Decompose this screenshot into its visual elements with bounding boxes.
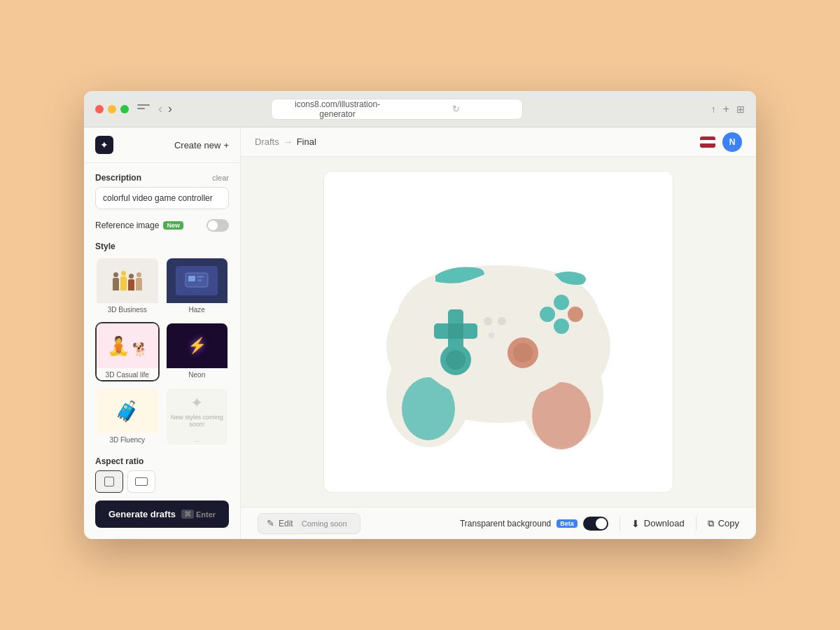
svg-point-20 bbox=[484, 317, 492, 326]
style-card-label-3d-fluency: 3D Fluency bbox=[97, 433, 158, 445]
bottom-toolbar: ✎ Edit Coming soon Transparent backgroun… bbox=[241, 507, 756, 539]
style-card-img-haze bbox=[167, 258, 228, 303]
toolbar-divider bbox=[620, 517, 620, 531]
new-tab-icon[interactable]: + bbox=[723, 103, 729, 115]
main-content: Drafts → Final N bbox=[241, 127, 756, 539]
style-card-img-3d-fluency: 🧳 bbox=[97, 388, 158, 433]
top-bar-actions: N bbox=[700, 132, 742, 152]
style-card-label-haze: Haze bbox=[167, 303, 228, 315]
download-icon: ⬇ bbox=[631, 518, 640, 529]
transparent-bg-control: Transparent background Beta bbox=[460, 517, 608, 531]
maximize-button[interactable] bbox=[120, 105, 129, 113]
style-card-img-coming-soon: ✦ New styles coming soon! bbox=[167, 388, 228, 433]
browser-actions-right: ↑ + ⊞ bbox=[711, 103, 745, 115]
generate-drafts-button[interactable]: Generate drafts ⌘ Enter bbox=[95, 500, 229, 528]
svg-rect-1 bbox=[188, 276, 195, 281]
svg-rect-2 bbox=[197, 276, 204, 278]
plus-icon: + bbox=[223, 140, 229, 150]
aspect-landscape-button[interactable] bbox=[127, 470, 155, 493]
style-card-3d-business[interactable]: 3D Business bbox=[95, 257, 160, 316]
aspect-ratio-section: Aspect ratio bbox=[95, 456, 229, 493]
browser-chrome: ‹ › icons8.com/illustration-generator ↻ … bbox=[84, 91, 756, 127]
breadcrumb-arrow: → bbox=[284, 136, 293, 147]
create-new-button[interactable]: Create new + bbox=[174, 140, 229, 150]
svg-point-8 bbox=[532, 382, 591, 449]
style-card-img-3d-casual: 🧘 🐕 bbox=[97, 323, 158, 368]
svg-rect-3 bbox=[197, 279, 202, 281]
browser-nav-controls: ‹ › bbox=[158, 102, 172, 116]
address-bar[interactable]: icons8.com/illustration-generator ↻ bbox=[271, 99, 523, 120]
aspect-ratio-label: Aspect ratio bbox=[95, 456, 229, 466]
back-icon[interactable]: ‹ bbox=[158, 102, 162, 116]
style-card-haze[interactable]: Haze bbox=[165, 257, 230, 316]
share-icon[interactable]: ↑ bbox=[711, 104, 716, 115]
style-card-coming-soon: ✦ New styles coming soon! ... bbox=[165, 387, 230, 447]
sidebar-toggle-icon[interactable] bbox=[137, 104, 150, 114]
style-grid: 3D Business bbox=[95, 257, 229, 447]
style-card-3d-fluency[interactable]: 🧳 3D Fluency bbox=[95, 387, 160, 447]
square-icon bbox=[104, 477, 114, 486]
breadcrumb-final: Final bbox=[297, 136, 316, 147]
edit-button[interactable]: ✎ Edit Coming soon bbox=[258, 513, 360, 534]
toolbar-right: Transparent background Beta ⬇ Download ⧉… bbox=[460, 517, 739, 531]
download-button[interactable]: ⬇ Download bbox=[631, 518, 685, 529]
clear-button[interactable]: clear bbox=[212, 174, 229, 182]
pencil-icon: ✎ bbox=[267, 518, 274, 528]
traffic-lights bbox=[95, 105, 129, 113]
svg-point-21 bbox=[498, 317, 506, 326]
svg-point-19 bbox=[568, 307, 583, 322]
breadcrumb: Drafts → Final bbox=[255, 136, 316, 147]
landscape-icon bbox=[135, 477, 148, 486]
svg-point-13 bbox=[446, 350, 465, 370]
generated-image-container bbox=[323, 171, 673, 493]
controller-image bbox=[351, 199, 645, 465]
svg-point-16 bbox=[540, 307, 555, 322]
user-avatar[interactable]: N bbox=[722, 132, 742, 152]
svg-point-18 bbox=[554, 318, 569, 334]
style-card-img-3d-business bbox=[97, 258, 158, 303]
app-layout: ✦ Create new + Description clear Referen bbox=[84, 127, 756, 539]
toolbar-divider-2 bbox=[696, 517, 696, 531]
description-section: Description clear bbox=[95, 173, 229, 183]
reference-image-label: Reference image New bbox=[95, 220, 183, 230]
transparent-bg-toggle[interactable] bbox=[583, 517, 608, 531]
aspect-square-button[interactable] bbox=[95, 470, 123, 493]
main-top-bar: Drafts → Final N bbox=[241, 127, 756, 157]
sidebar: ✦ Create new + Description clear Referen bbox=[84, 127, 241, 539]
beta-badge: Beta bbox=[556, 519, 578, 528]
style-card-3d-casual[interactable]: 🧘 🐕 3D Casual life bbox=[95, 322, 160, 382]
copy-button[interactable]: ⧉ Copy bbox=[708, 518, 739, 529]
svg-point-22 bbox=[489, 332, 494, 338]
close-button[interactable] bbox=[95, 105, 104, 113]
style-card-img-neon: ⚡ bbox=[167, 323, 228, 368]
language-flag[interactable] bbox=[700, 136, 715, 148]
style-card-label-3d-casual: 3D Casual life bbox=[97, 368, 158, 380]
coming-soon-tag: Coming soon bbox=[298, 518, 351, 529]
image-area bbox=[241, 157, 756, 507]
aspect-ratio-options bbox=[95, 470, 229, 493]
keyboard-hint: ⌘ Enter bbox=[181, 510, 216, 519]
style-card-neon[interactable]: ⚡ Neon bbox=[165, 322, 230, 382]
description-input[interactable] bbox=[95, 187, 229, 209]
sidebar-header: ✦ Create new + bbox=[84, 127, 240, 163]
sidebar-content: Description clear Reference image New St… bbox=[84, 163, 240, 493]
svg-point-15 bbox=[513, 343, 533, 363]
svg-point-17 bbox=[554, 295, 569, 310]
minimize-button[interactable] bbox=[108, 105, 116, 113]
style-card-label-coming-soon: ... bbox=[167, 433, 228, 444]
breadcrumb-drafts[interactable]: Drafts bbox=[255, 136, 279, 147]
url-text: icons8.com/illustration-generator bbox=[279, 99, 397, 119]
new-badge: New bbox=[163, 221, 183, 230]
extensions-icon[interactable]: ⊞ bbox=[736, 104, 745, 115]
refresh-icon[interactable]: ↻ bbox=[397, 104, 515, 114]
style-card-label-3d-business: 3D Business bbox=[97, 303, 158, 315]
copy-icon: ⧉ bbox=[708, 518, 714, 529]
forward-icon[interactable]: › bbox=[168, 102, 172, 116]
style-card-label-neon: Neon bbox=[167, 368, 228, 380]
reference-image-toggle[interactable] bbox=[206, 219, 229, 232]
style-section-label: Style bbox=[95, 241, 229, 251]
app-logo: ✦ bbox=[95, 136, 113, 154]
svg-rect-11 bbox=[448, 323, 463, 339]
browser-window: ‹ › icons8.com/illustration-generator ↻ … bbox=[84, 91, 756, 539]
reference-image-row: Reference image New bbox=[95, 219, 229, 232]
